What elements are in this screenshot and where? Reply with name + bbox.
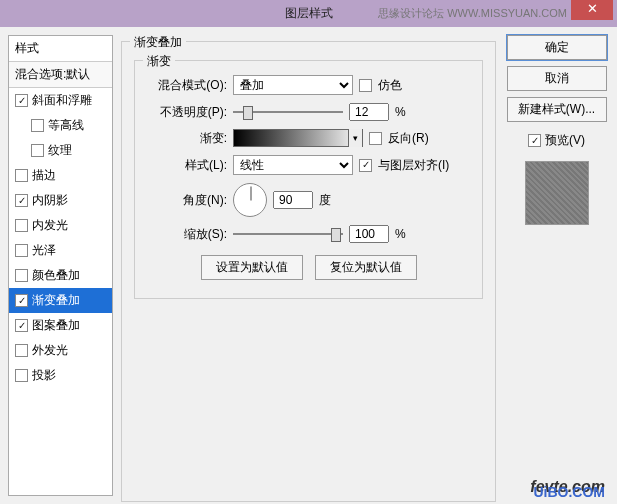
preview-checkbox[interactable] <box>528 134 541 147</box>
opacity-input[interactable] <box>349 103 389 121</box>
style-label: 斜面和浮雕 <box>32 92 92 109</box>
style-item[interactable]: 等高线 <box>9 113 112 138</box>
style-label: 内阴影 <box>32 192 68 209</box>
dither-checkbox[interactable] <box>359 79 372 92</box>
style-label: 样式(L): <box>147 157 227 174</box>
gradient-picker[interactable]: ▾ <box>233 129 363 147</box>
styles-header: 样式 <box>9 36 112 62</box>
style-label: 描边 <box>32 167 56 184</box>
style-checkbox[interactable] <box>15 219 28 232</box>
style-checkbox[interactable] <box>31 119 44 132</box>
style-checkbox[interactable] <box>15 194 28 207</box>
style-checkbox[interactable] <box>15 344 28 357</box>
angle-unit: 度 <box>319 192 331 209</box>
style-label: 等高线 <box>48 117 84 134</box>
content: 样式 混合选项:默认 斜面和浮雕等高线纹理描边内阴影内发光光泽颜色叠加渐变叠加图… <box>0 27 617 504</box>
scale-label: 缩放(S): <box>147 226 227 243</box>
titlebar: 图层样式 思缘设计论坛 WWW.MISSYUAN.COM ✕ <box>0 0 617 27</box>
scale-slider[interactable] <box>233 226 343 242</box>
new-style-button[interactable]: 新建样式(W)... <box>507 97 607 122</box>
style-select[interactable]: 线性 <box>233 155 353 175</box>
angle-dial[interactable] <box>233 183 267 217</box>
style-item[interactable]: 纹理 <box>9 138 112 163</box>
right-panel: 确定 取消 新建样式(W)... 预览(V) <box>504 35 609 496</box>
style-label: 内发光 <box>32 217 68 234</box>
style-label: 图案叠加 <box>32 317 80 334</box>
opacity-slider[interactable] <box>233 104 343 120</box>
style-checkbox[interactable] <box>15 169 28 182</box>
pct-label: % <box>395 105 406 119</box>
style-item[interactable]: 描边 <box>9 163 112 188</box>
style-item[interactable]: 图案叠加 <box>9 313 112 338</box>
style-label: 光泽 <box>32 242 56 259</box>
ok-button[interactable]: 确定 <box>507 35 607 60</box>
style-item[interactable]: 外发光 <box>9 338 112 363</box>
site-text: 思缘设计论坛 WWW.MISSYUAN.COM <box>378 6 567 21</box>
styles-list: 斜面和浮雕等高线纹理描边内阴影内发光光泽颜色叠加渐变叠加图案叠加外发光投影 <box>9 88 112 388</box>
style-item[interactable]: 渐变叠加 <box>9 288 112 313</box>
style-item[interactable]: 内发光 <box>9 213 112 238</box>
style-label: 纹理 <box>48 142 72 159</box>
style-item[interactable]: 颜色叠加 <box>9 263 112 288</box>
blend-mode-select[interactable]: 叠加 <box>233 75 353 95</box>
reverse-label: 反向(R) <box>388 130 429 147</box>
reset-default-button[interactable]: 复位为默认值 <box>315 255 417 280</box>
cancel-button[interactable]: 取消 <box>507 66 607 91</box>
preview-label: 预览(V) <box>545 132 585 149</box>
blend-options-header[interactable]: 混合选项:默认 <box>9 62 112 88</box>
preview-thumbnail <box>525 161 589 225</box>
style-checkbox[interactable] <box>15 269 28 282</box>
gradient-label: 渐变: <box>147 130 227 147</box>
style-item[interactable]: 投影 <box>9 363 112 388</box>
style-label: 投影 <box>32 367 56 384</box>
group-title: 渐变叠加 <box>130 34 186 51</box>
style-checkbox[interactable] <box>15 369 28 382</box>
angle-label: 角度(N): <box>147 192 227 209</box>
pct-label-2: % <box>395 227 406 241</box>
style-label: 颜色叠加 <box>32 267 80 284</box>
angle-input[interactable] <box>273 191 313 209</box>
style-checkbox[interactable] <box>31 144 44 157</box>
opacity-label: 不透明度(P): <box>147 104 227 121</box>
scale-input[interactable] <box>349 225 389 243</box>
style-item[interactable]: 斜面和浮雕 <box>9 88 112 113</box>
align-checkbox[interactable] <box>359 159 372 172</box>
style-checkbox[interactable] <box>15 319 28 332</box>
gradient-inner-group: 渐变 混合模式(O): 叠加 仿色 不透明度(P): % 渐变: ▾ <box>134 60 483 299</box>
style-checkbox[interactable] <box>15 294 28 307</box>
dither-label: 仿色 <box>378 77 402 94</box>
blend-mode-label: 混合模式(O): <box>147 77 227 94</box>
gradient-overlay-group: 渐变叠加 渐变 混合模式(O): 叠加 仿色 不透明度(P): % 渐变: <box>121 41 496 502</box>
style-label: 外发光 <box>32 342 68 359</box>
close-button[interactable]: ✕ <box>571 0 613 20</box>
reverse-checkbox[interactable] <box>369 132 382 145</box>
center-panel: 渐变叠加 渐变 混合模式(O): 叠加 仿色 不透明度(P): % 渐变: <box>121 35 496 496</box>
style-checkbox[interactable] <box>15 244 28 257</box>
style-item[interactable]: 内阴影 <box>9 188 112 213</box>
styles-panel: 样式 混合选项:默认 斜面和浮雕等高线纹理描边内阴影内发光光泽颜色叠加渐变叠加图… <box>8 35 113 496</box>
style-label: 渐变叠加 <box>32 292 80 309</box>
style-checkbox[interactable] <box>15 94 28 107</box>
inner-group-title: 渐变 <box>143 53 175 70</box>
watermark-2: UiBO.COM <box>533 484 605 500</box>
chevron-down-icon[interactable]: ▾ <box>348 129 362 147</box>
align-label: 与图层对齐(I) <box>378 157 449 174</box>
set-default-button[interactable]: 设置为默认值 <box>201 255 303 280</box>
style-item[interactable]: 光泽 <box>9 238 112 263</box>
